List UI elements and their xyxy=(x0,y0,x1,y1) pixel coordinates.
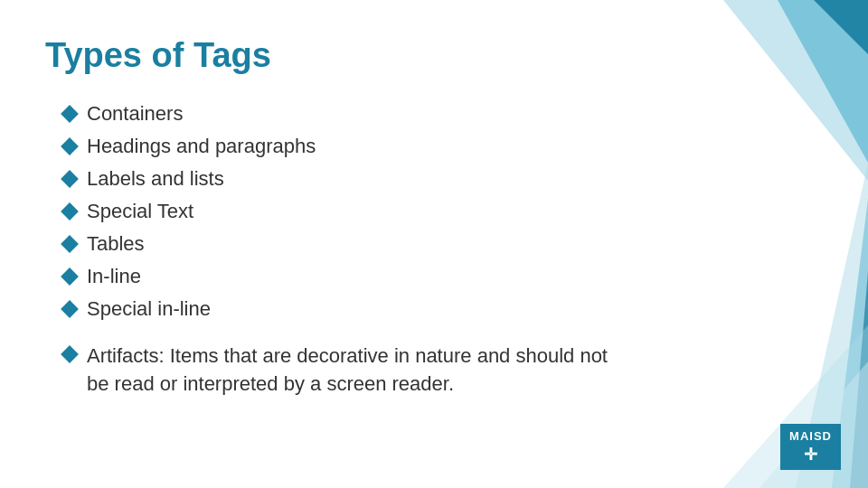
bullet-item-tables: Tables xyxy=(63,232,823,256)
bullet-icon-tables xyxy=(61,235,79,253)
slide: Types of Tags ContainersHeadings and par… xyxy=(0,0,868,488)
bullet-text-tables: Tables xyxy=(87,232,145,256)
bullet-text-special-text: Special Text xyxy=(87,200,193,223)
logo-box: MAISD ✛ xyxy=(780,424,841,470)
bullet-item-labels: Labels and lists xyxy=(63,167,823,191)
bullet-text-inline: In-line xyxy=(87,265,141,288)
artifact-bullet-icon xyxy=(61,345,79,363)
bullet-icon-labels xyxy=(61,170,79,188)
bullet-icon-special-inline xyxy=(61,300,79,318)
bullet-text-special-inline: Special in-line xyxy=(87,297,211,321)
slide-content: Types of Tags ContainersHeadings and par… xyxy=(0,0,868,426)
bullet-text-labels: Labels and lists xyxy=(87,167,224,191)
artifact-text: Artifacts: Items that are decorative in … xyxy=(87,343,629,399)
bullet-item-special-inline: Special in-line xyxy=(63,297,823,321)
bullet-item-containers: Containers xyxy=(63,102,823,126)
logo-cross-icon: ✛ xyxy=(804,445,818,465)
bullet-icon-inline xyxy=(61,267,79,286)
logo-text: MAISD xyxy=(789,429,832,443)
bullet-item-headings: Headings and paragraphs xyxy=(63,135,823,158)
logo-area: MAISD ✛ xyxy=(780,424,841,470)
slide-title: Types of Tags xyxy=(45,36,823,75)
bullet-icon-special-text xyxy=(61,202,79,221)
bullet-item-inline: In-line xyxy=(63,265,823,288)
bullet-icon-containers xyxy=(61,105,79,123)
artifact-item: Artifacts: Items that are decorative in … xyxy=(63,343,823,399)
bullet-item-special-text: Special Text xyxy=(63,200,823,223)
bullet-text-headings: Headings and paragraphs xyxy=(87,135,316,158)
bullet-list: ContainersHeadings and paragraphsLabels … xyxy=(63,102,823,321)
bullet-icon-headings xyxy=(61,137,79,155)
bullet-text-containers: Containers xyxy=(87,102,183,126)
